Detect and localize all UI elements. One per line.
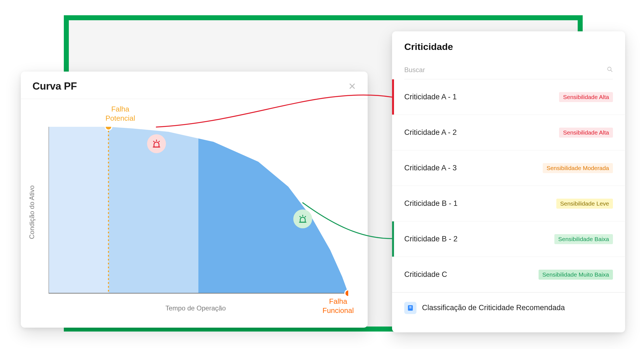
- svg-point-7: [345, 290, 348, 297]
- criticality-item-label: Criticidade A - 1: [404, 93, 457, 101]
- siren-icon: [298, 214, 308, 224]
- criticality-item[interactable]: Criticidade A - 3Sensibilidade Moderada: [392, 150, 625, 186]
- search-icon: [607, 66, 613, 74]
- pf-card-body: Condição do Ativo Tempo de Operação Falh…: [21, 99, 368, 326]
- selection-indicator: [392, 221, 394, 257]
- siren-low-icon: [293, 209, 312, 228]
- potential-failure-text: FalhaPotencial: [105, 105, 135, 122]
- criticality-footer-text: Classificação de Criticidade Recomendada: [422, 304, 565, 312]
- pf-curve-card: Curva PF ✕ Condição do Ativo Tempo de Op…: [21, 72, 368, 328]
- sensitivity-badge: Sensibilidade Baixa: [554, 234, 613, 244]
- sensitivity-badge: Sensibilidade Muito Baixa: [539, 270, 613, 280]
- criticality-item[interactable]: Criticidade A - 2Sensibilidade Alta: [392, 115, 625, 150]
- criticality-item[interactable]: Criticidade CSensibilidade Muito Baixa: [392, 257, 625, 292]
- criticality-item-label: Criticidade A - 2: [404, 128, 457, 137]
- criticality-item[interactable]: Criticidade A - 1Sensibilidade Alta: [392, 79, 625, 115]
- selection-indicator: [392, 79, 394, 115]
- search-input[interactable]: [404, 66, 607, 74]
- svg-rect-2: [198, 127, 348, 293]
- criticality-list: Criticidade A - 1Sensibilidade AltaCriti…: [392, 79, 625, 292]
- potential-failure-label: Falha Potencial FalhaPotencial: [105, 105, 135, 123]
- pf-card-header: Curva PF ✕: [21, 72, 368, 99]
- svg-rect-11: [409, 306, 412, 307]
- svg-point-6: [105, 127, 112, 130]
- criticality-search[interactable]: [404, 60, 613, 79]
- sensitivity-badge: Sensibilidade Alta: [559, 128, 613, 138]
- svg-rect-12: [409, 307, 412, 308]
- criticality-item-label: Criticidade A - 3: [404, 164, 457, 172]
- close-icon[interactable]: ✕: [348, 82, 356, 91]
- pf-chart: Condição do Ativo Tempo de Operação Falh…: [40, 107, 351, 309]
- svg-line-9: [611, 70, 612, 72]
- siren-icon: [151, 139, 161, 149]
- criticality-item[interactable]: Criticidade B - 1Sensibilidade Leve: [392, 186, 625, 221]
- sensitivity-badge: Sensibilidade Alta: [559, 92, 613, 102]
- sensitivity-badge: Sensibilidade Leve: [556, 199, 613, 209]
- siren-high-icon: [147, 134, 166, 153]
- book-icon: [404, 302, 416, 314]
- y-axis-label: Condição do Ativo: [28, 185, 36, 239]
- criticality-footer[interactable]: Classificação de Criticidade Recomendada: [392, 292, 625, 323]
- criticality-item[interactable]: Criticidade B - 2Sensibilidade Baixa: [392, 221, 625, 257]
- criticality-item-label: Criticidade B - 2: [404, 235, 458, 243]
- svg-rect-0: [49, 127, 108, 293]
- criticality-item-label: Criticidade B - 1: [404, 199, 458, 208]
- criticality-item-label: Criticidade C: [404, 270, 447, 279]
- pf-card-title: Curva PF: [32, 80, 77, 92]
- sensitivity-badge: Sensibilidade Moderada: [543, 163, 613, 173]
- criticality-title: Criticidade: [392, 31, 625, 55]
- criticality-card: Criticidade Criticidade A - 1Sensibilida…: [392, 31, 625, 332]
